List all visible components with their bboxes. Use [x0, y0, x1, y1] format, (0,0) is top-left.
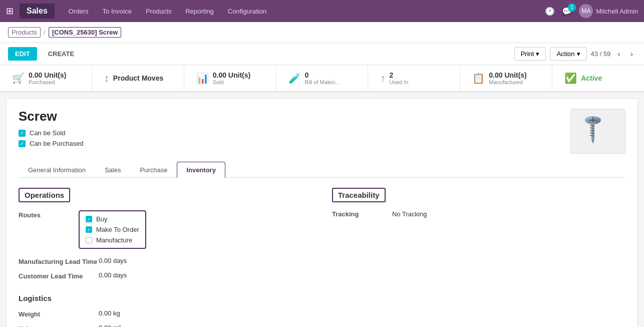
stat-used-value: 2 — [389, 71, 408, 79]
volume-label: Volume — [19, 324, 99, 327]
stat-manufactured[interactable]: 📋 0.00 Unit(s) Manufactured — [460, 65, 552, 91]
page-prev-button[interactable]: ‹ — [614, 49, 623, 60]
stat-bom[interactable]: 🧪 0 Bill of Materi... — [276, 65, 369, 91]
route-manufacture-label: Manufacture — [96, 236, 132, 244]
route-manufacture: Manufacture — [86, 236, 139, 244]
weight-label: Weight — [19, 309, 99, 318]
stat-purchased-value: 0.00 Unit(s) — [29, 71, 66, 79]
used-in-icon: ↑ — [380, 73, 385, 84]
stat-manufactured-value: 0.00 Unit(s) — [489, 71, 526, 79]
print-dropdown[interactable]: Print ▾ — [514, 47, 546, 61]
moves-icon: ↕ — [104, 73, 109, 84]
stat-sold-label: Sold — [213, 79, 250, 85]
nav-configuration[interactable]: Configuration — [222, 5, 272, 18]
brand-logo[interactable]: Sales — [20, 4, 55, 19]
tab-sales[interactable]: Sales — [95, 162, 131, 178]
stat-product-moves[interactable]: ↕ Product Moves — [92, 65, 184, 91]
nav-products[interactable]: Products — [140, 5, 177, 18]
operations-section: Operations Routes ✓ Buy ✓ Make To Order … — [19, 188, 312, 327]
grid-menu-icon[interactable]: ⊞ — [6, 6, 14, 17]
inventory-tab-content: Operations Routes ✓ Buy ✓ Make To Order … — [19, 188, 625, 327]
create-button[interactable]: CREATE — [41, 47, 81, 61]
product-image — [570, 109, 625, 154]
route-buy-checkbox[interactable]: ✓ — [86, 216, 92, 222]
customer-lead-time-value: 0.00 days — [99, 271, 127, 279]
traceability-title: Traceability — [332, 188, 386, 202]
svg-marker-9 — [591, 140, 594, 144]
nav-orders[interactable]: Orders — [63, 5, 95, 18]
tab-inventory[interactable]: Inventory — [177, 162, 225, 178]
stat-manufactured-label: Manufactured — [489, 79, 526, 85]
action-chevron-icon: ▾ — [577, 50, 580, 58]
breadcrumb-separator: / — [44, 29, 46, 36]
product-header: Screw ✓ Can be Sold ✓ Can be Purchased — [19, 109, 625, 154]
stat-moves-value: Product Moves — [113, 74, 163, 82]
routes-row: Routes ✓ Buy ✓ Make To Order Manufacture — [19, 210, 312, 249]
mfg-lead-time-value: 0.00 days — [99, 257, 127, 264]
edit-button[interactable]: EDIT — [8, 47, 37, 61]
route-manufacture-checkbox[interactable] — [86, 237, 92, 243]
stat-active-value: Active — [581, 74, 602, 82]
traceability-section: Traceability Tracking No Tracking — [332, 188, 625, 327]
stat-purchased-label: Purchased — [29, 79, 66, 85]
product-info: Screw ✓ Can be Sold ✓ Can be Purchased — [19, 109, 84, 150]
mfg-lead-time-label: Manufacturing Lead Time — [19, 257, 99, 265]
stat-bom-value: 0 — [305, 71, 340, 79]
stat-bom-label: Bill of Materi... — [305, 79, 340, 85]
main-content: Screw ✓ Can be Sold ✓ Can be Purchased — [6, 98, 638, 327]
breadcrumb-parent[interactable]: Products — [8, 27, 41, 38]
manufactured-icon: 📋 — [472, 72, 485, 84]
stat-used-in[interactable]: ↑ 2 Used In — [368, 65, 460, 91]
flask-icon: 🧪 — [288, 72, 301, 84]
product-name: Screw — [19, 109, 84, 124]
can-be-sold-checkbox[interactable]: ✓ — [19, 130, 26, 137]
nav-reporting[interactable]: Reporting — [179, 5, 219, 18]
page-next-button[interactable]: › — [627, 49, 636, 60]
logistics-section: Logistics Weight 0.00 kg Volume 0.00 m³ — [19, 294, 312, 327]
page-counter: 43 / 59 — [591, 50, 611, 58]
tab-purchase[interactable]: Purchase — [130, 162, 177, 178]
stats-row: 🛒 0.00 Unit(s) Purchased ↕ Product Moves… — [0, 65, 644, 92]
volume-value: 0.00 m³ — [99, 324, 121, 327]
action-dropdown[interactable]: Action ▾ — [550, 47, 586, 61]
chat-badge: 1 — [568, 4, 576, 12]
top-navigation: ⊞ Sales Orders To Invoice Products Repor… — [0, 0, 644, 22]
stat-sold[interactable]: 📊 0.00 Unit(s) Sold — [184, 65, 276, 91]
operations-title: Operations — [19, 188, 70, 202]
customer-lead-time-row: Customer Lead Time 0.00 days — [19, 271, 312, 280]
stat-purchased[interactable]: 🛒 0.00 Unit(s) Purchased — [0, 65, 92, 91]
print-chevron-icon: ▾ — [536, 50, 539, 58]
avatar: MA — [579, 4, 593, 18]
tracking-value: No Tracking — [392, 210, 427, 218]
route-make-to-order: ✓ Make To Order — [86, 226, 139, 233]
tracking-row: Tracking No Tracking — [332, 210, 625, 218]
user-name: Mitchell Admin — [596, 8, 638, 15]
can-be-sold-row: ✓ Can be Sold — [19, 129, 84, 137]
tab-general-information[interactable]: General Information — [19, 162, 95, 178]
nav-to-invoice[interactable]: To Invoice — [97, 5, 138, 18]
route-buy-label: Buy — [96, 215, 107, 223]
chart-icon: 📊 — [196, 72, 209, 84]
nav-links: Orders To Invoice Products Reporting Con… — [63, 5, 543, 18]
route-mto-checkbox[interactable]: ✓ — [86, 226, 92, 233]
user-menu[interactable]: MA Mitchell Admin — [579, 4, 638, 18]
can-be-purchased-label: Can be Purchased — [30, 140, 84, 147]
chat-icon[interactable]: 💬 1 — [562, 7, 572, 16]
can-be-purchased-checkbox[interactable]: ✓ — [19, 140, 26, 147]
volume-row: Volume 0.00 m³ — [19, 324, 312, 327]
can-be-purchased-row: ✓ Can be Purchased — [19, 140, 84, 147]
stat-used-label: Used In — [389, 79, 408, 85]
stat-active[interactable]: ✅ Active — [552, 65, 644, 91]
active-icon: ✅ — [564, 72, 577, 84]
breadcrumb: Products / [CONS_25630] Screw — [0, 22, 644, 43]
route-buy: ✓ Buy — [86, 215, 139, 223]
logistics-title: Logistics — [19, 294, 312, 302]
page-navigation: 43 / 59 ‹ › — [591, 49, 636, 60]
product-tabs: General Information Sales Purchase Inven… — [19, 162, 625, 178]
clock-icon[interactable]: 🕐 — [545, 7, 555, 16]
screw-svg — [578, 111, 618, 151]
weight-value: 0.00 kg — [99, 309, 120, 317]
breadcrumb-current: [CONS_25630] Screw — [49, 27, 122, 38]
print-label: Print — [521, 50, 534, 58]
route-mto-label: Make To Order — [96, 226, 139, 233]
